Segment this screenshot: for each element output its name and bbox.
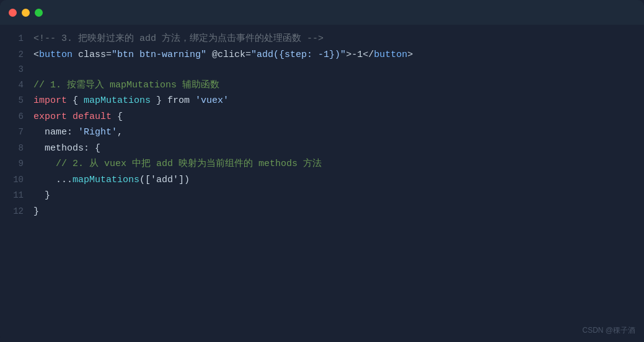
window: 1<!-- 3. 把映射过来的 add 方法，绑定为点击事件的处理函数 -->2…	[0, 0, 644, 342]
token: 'vuex'	[190, 93, 229, 109]
token: }	[33, 204, 39, 220]
line-content: }	[33, 204, 39, 220]
token: export	[33, 109, 67, 125]
token: class=	[73, 47, 112, 63]
code-line: 2<button class="btn btn-warning" @click=…	[0, 47, 644, 63]
titlebar	[0, 0, 644, 25]
code-line: 11 }	[0, 188, 644, 204]
line-content: methods: {	[33, 141, 100, 157]
line-number: 5	[6, 94, 24, 108]
line-number: 4	[6, 78, 24, 93]
token	[67, 109, 73, 125]
token: methods: {	[33, 141, 100, 157]
minimize-button[interactable]	[22, 9, 30, 17]
line-number: 7	[6, 125, 24, 140]
token: "btn btn-warning"	[112, 47, 206, 63]
line-number: 1	[6, 32, 24, 46]
token: mapMutations	[84, 93, 151, 109]
token: mapMutations	[73, 172, 139, 188]
code-line: 5import { mapMutations } from 'vuex'	[0, 93, 644, 109]
code-line: 10 ...mapMutations(['add'])	[0, 172, 644, 188]
line-content: // 1. 按需导入 mapMutations 辅助函数	[33, 77, 219, 94]
code-line: 3	[0, 63, 644, 77]
token: button	[39, 47, 73, 63]
code-line: 12}	[0, 204, 644, 220]
token: from	[167, 93, 190, 109]
line-content: <!-- 3. 把映射过来的 add 方法，绑定为点击事件的处理函数 -->	[33, 31, 324, 47]
close-button[interactable]	[9, 9, 17, 17]
line-content: import { mapMutations } from 'vuex'	[33, 93, 229, 109]
line-number: 6	[6, 110, 24, 125]
line-content: <button class="btn btn-warning" @click="…	[33, 47, 413, 63]
line-number: 3	[6, 63, 24, 77]
token: "add({step: -1})"	[251, 47, 346, 63]
line-content: name: 'Right',	[33, 125, 123, 141]
line-number: 10	[6, 173, 24, 188]
token: import	[33, 93, 67, 109]
line-number: 9	[6, 157, 24, 172]
token: {	[112, 109, 123, 125]
line-number: 12	[6, 204, 24, 219]
token: // 2. 从 vuex 中把 add 映射为当前组件的 methods 方法	[33, 156, 322, 172]
token: >	[407, 47, 413, 63]
token: // 1. 按需导入 mapMutations 辅助函数	[33, 77, 219, 94]
token: default	[73, 109, 112, 125]
line-content: export default {	[33, 109, 123, 125]
code-line: 7 name: 'Right',	[0, 125, 644, 141]
line-content: }	[33, 188, 50, 204]
token: 'Right'	[78, 125, 117, 141]
token: button	[374, 47, 407, 63]
code-area: 1<!-- 3. 把映射过来的 add 方法，绑定为点击事件的处理函数 -->2…	[0, 25, 644, 342]
code-line: 6export default {	[0, 109, 644, 125]
maximize-button[interactable]	[35, 9, 43, 17]
token: ...	[33, 172, 73, 188]
token: ,	[117, 125, 123, 141]
line-content: // 2. 从 vuex 中把 add 映射为当前组件的 methods 方法	[33, 156, 322, 172]
line-number: 11	[6, 188, 24, 203]
token: name:	[33, 125, 78, 141]
token: @click=	[206, 47, 251, 63]
line-content: ...mapMutations(['add'])	[33, 172, 190, 188]
code-line: 9 // 2. 从 vuex 中把 add 映射为当前组件的 methods 方…	[0, 156, 644, 172]
code-line: 8 methods: {	[0, 141, 644, 157]
line-number: 8	[6, 141, 24, 156]
token: (['add'])	[139, 172, 190, 188]
watermark: CSDN @稞子酒	[582, 325, 635, 336]
token: {	[67, 93, 84, 109]
code-line: 4// 1. 按需导入 mapMutations 辅助函数	[0, 77, 644, 94]
line-number: 2	[6, 48, 24, 63]
code-line: 1<!-- 3. 把映射过来的 add 方法，绑定为点击事件的处理函数 -->	[0, 31, 644, 47]
token: }	[33, 188, 50, 204]
token: <!-- 3. 把映射过来的 add 方法，绑定为点击事件的处理函数 -->	[33, 31, 324, 47]
token: }	[151, 93, 167, 109]
token: >-1</	[346, 47, 374, 63]
token: <	[33, 47, 39, 63]
